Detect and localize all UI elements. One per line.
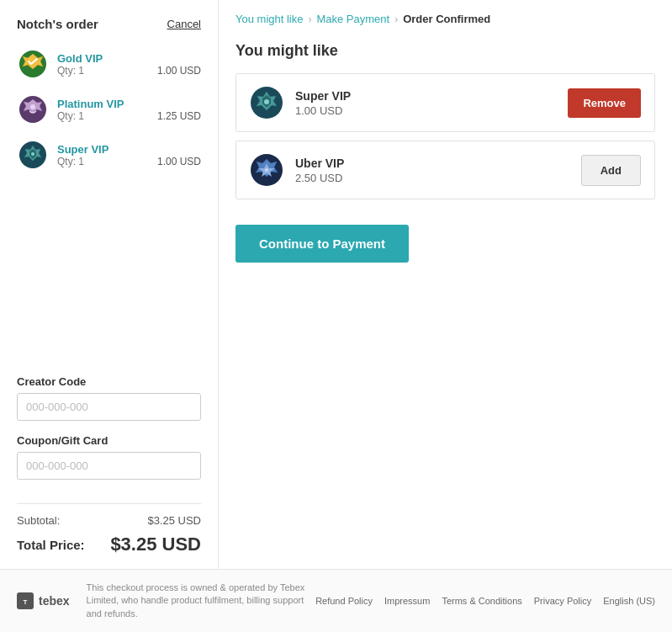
footer-description: This checkout process is owned & operate…: [87, 582, 308, 620]
super-vip-remove-button[interactable]: Remove: [568, 88, 641, 118]
uber-vip-add-button[interactable]: Add: [581, 155, 641, 186]
super-vip-rec-details: Super VIP 1.00 USD: [295, 89, 568, 117]
super-vip-qty: Qty: 1: [57, 156, 84, 167]
breadcrumb-item-0[interactable]: You might like: [235, 13, 303, 25]
svg-point-4: [31, 152, 34, 156]
divider: [17, 503, 201, 504]
recommendation-card-uber-vip: Uber VIP 2.50 USD Add: [235, 141, 655, 199]
total-amount: $3.25 USD: [110, 534, 201, 555]
gold-vip-qty: Qty: 1: [57, 65, 84, 77]
super-vip-icon: [17, 139, 49, 171]
svg-point-6: [264, 99, 269, 104]
footer-link-privacy[interactable]: Privacy Policy: [534, 596, 591, 606]
order-items-list: Gold VIP Qty: 1 1.00 USD: [17, 48, 201, 367]
footer-link-refund[interactable]: Refund Policy: [315, 596, 373, 606]
uber-vip-rec-details: Uber VIP 2.50 USD: [295, 157, 581, 184]
footer-link-terms[interactable]: Terms & Conditions: [442, 596, 521, 606]
platinum-vip-name: Platinum VIP: [57, 98, 201, 110]
footer-link-impressum[interactable]: Impressum: [384, 596, 430, 606]
platinum-vip-details: Platinum VIP Qty: 1 1.25 USD: [57, 98, 201, 122]
svg-point-9: [265, 168, 268, 172]
gold-vip-details: Gold VIP Qty: 1 1.00 USD: [57, 52, 201, 77]
section-title: You might like: [235, 42, 655, 60]
uber-vip-rec-icon: [250, 153, 283, 187]
super-vip-rec-price: 1.00 USD: [295, 104, 568, 117]
uber-vip-rec-name: Uber VIP: [295, 157, 581, 170]
super-vip-rec-name: Super VIP: [295, 89, 568, 103]
coupon-label: Coupon/Gift Card: [17, 434, 201, 447]
gold-vip-name: Gold VIP: [57, 52, 201, 65]
svg-point-2: [30, 104, 35, 109]
continue-to-payment-button[interactable]: Continue to Payment: [235, 225, 409, 263]
creator-code-section: Creator Code Coupon/Gift Card: [17, 375, 201, 493]
subtotal-value: $3.25 USD: [147, 514, 201, 527]
platinum-vip-qty-row: Qty: 1 1.25 USD: [57, 110, 201, 122]
super-vip-name: Super VIP: [57, 143, 201, 156]
order-item-platinum-vip: Platinum VIP Qty: 1 1.25 USD: [17, 93, 201, 125]
uber-vip-rec-price: 2.50 USD: [295, 172, 581, 184]
platinum-vip-qty: Qty: 1: [57, 110, 84, 122]
super-vip-qty-row: Qty: 1 1.00 USD: [57, 156, 201, 167]
order-item-super-vip: Super VIP Qty: 1 1.00 USD: [17, 139, 201, 171]
footer-brand-name: tebex: [39, 594, 70, 608]
breadcrumb-sep-1: ›: [394, 13, 398, 25]
gold-vip-price: 1.00 USD: [157, 65, 201, 77]
footer: T tebex This checkout process is owned &…: [0, 569, 672, 632]
super-vip-details: Super VIP Qty: 1 1.00 USD: [57, 143, 201, 167]
breadcrumb-item-1[interactable]: Make Payment: [316, 13, 389, 25]
platinum-vip-icon: [17, 93, 49, 125]
main-content: You might like › Make Payment › Order Co…: [219, 0, 672, 572]
footer-link-language[interactable]: English (US): [603, 596, 655, 606]
breadcrumb: You might like › Make Payment › Order Co…: [235, 13, 655, 25]
subtotal-row: Subtotal: $3.25 USD: [17, 514, 201, 527]
cancel-link[interactable]: Cancel: [167, 18, 201, 30]
sidebar-header: Notch's order Cancel: [17, 17, 201, 31]
sidebar: Notch's order Cancel Gold VIP: [0, 0, 219, 572]
super-vip-rec-icon: [250, 86, 283, 119]
subtotal-label: Subtotal:: [17, 514, 60, 527]
footer-links: Refund Policy Impressum Terms & Conditio…: [315, 596, 655, 606]
creator-code-label: Creator Code: [17, 375, 201, 388]
footer-brand: T tebex: [17, 592, 70, 609]
total-label: Total Price:: [17, 538, 85, 552]
creator-code-input[interactable]: [17, 393, 201, 421]
total-row: Total Price: $3.25 USD: [17, 534, 201, 555]
breadcrumb-current: Order Confirmed: [403, 13, 490, 25]
sidebar-title: Notch's order: [17, 17, 98, 31]
gold-vip-qty-row: Qty: 1 1.00 USD: [57, 65, 201, 77]
svg-text:T: T: [24, 598, 28, 606]
breadcrumb-sep-0: ›: [308, 13, 311, 25]
tebex-logo-icon: T: [17, 592, 34, 609]
coupon-input[interactable]: [17, 452, 201, 480]
order-item-gold-vip: Gold VIP Qty: 1 1.00 USD: [17, 48, 201, 80]
gold-vip-icon: [17, 48, 49, 80]
platinum-vip-price: 1.25 USD: [157, 110, 201, 122]
recommendation-card-super-vip: Super VIP 1.00 USD Remove: [235, 73, 655, 132]
super-vip-price: 1.00 USD: [157, 156, 201, 167]
